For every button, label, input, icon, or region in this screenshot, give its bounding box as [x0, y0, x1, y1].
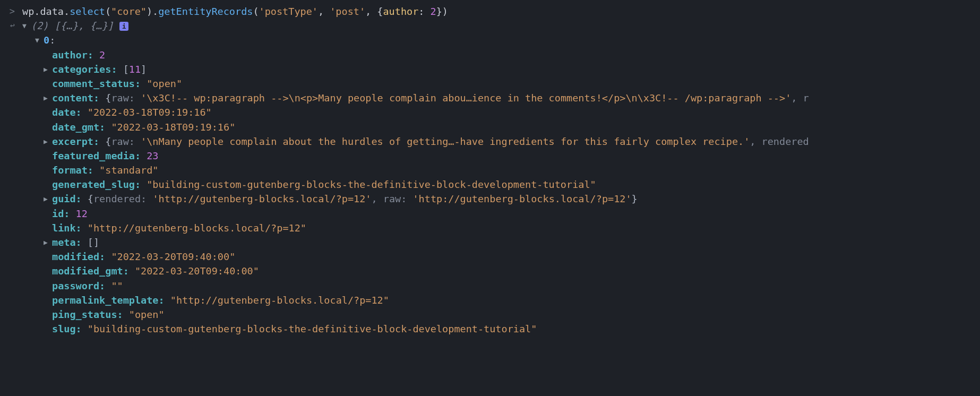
prop-permalink-template: permalink_template: "http://gutenberg-bl…: [0, 293, 980, 307]
prop-guid[interactable]: guid: {rendered: 'http://gutenberg-block…: [0, 192, 980, 206]
prop-format: format: "standard": [0, 163, 980, 177]
array-preview: [{…}, {…}]: [55, 20, 114, 31]
array-item-0[interactable]: 0:: [0, 33, 980, 47]
prop-link: link: "http://gutenberg-blocks.local/?p=…: [0, 221, 980, 235]
prop-author: author: 2: [0, 48, 980, 62]
prop-categories[interactable]: categories: [11]: [0, 62, 980, 76]
array-length: (2): [31, 20, 48, 31]
console-input-code: wp.data.select("core").getEntityRecords(…: [20, 4, 980, 19]
prop-date: date: "2022-03-18T09:19:16": [0, 105, 980, 119]
prop-modified: modified: "2022-03-20T09:40:00": [0, 249, 980, 264]
prop-excerpt[interactable]: excerpt: {raw: '\nMany people complain a…: [0, 134, 980, 149]
prop-comment-status: comment_status: "open": [0, 76, 980, 91]
prop-modified-gmt: modified_gmt: "2022-03-20T09:40:00": [0, 264, 980, 278]
prop-generated-slug: generated_slug: "building-custom-gutenbe…: [0, 177, 980, 192]
expand-toggle-meta[interactable]: [44, 237, 51, 247]
prop-meta[interactable]: meta: []: [0, 235, 980, 249]
input-prompt: >: [0, 4, 20, 18]
expand-toggle-excerpt[interactable]: [44, 136, 51, 147]
prop-date-gmt: date_gmt: "2022-03-18T09:19:16": [0, 120, 980, 134]
prop-password: password: "": [0, 279, 980, 293]
prop-featured-media: featured_media: 23: [0, 149, 980, 163]
expand-toggle-guid[interactable]: [44, 194, 51, 204]
expand-toggle-content[interactable]: [44, 93, 51, 103]
prop-ping-status: ping_status: "open": [0, 307, 980, 322]
result-indicator: ↪: [0, 19, 20, 32]
expand-toggle-categories[interactable]: [44, 64, 51, 74]
console-input-row[interactable]: > wp.data.select("core").getEntityRecord…: [0, 4, 980, 19]
console-result-row[interactable]: ↪ (2) [{…}, {…}] i: [0, 19, 980, 33]
prop-content[interactable]: content: {raw: '\x3C!-- wp:paragraph -->…: [0, 91, 980, 105]
prop-slug: slug: "building-custom-gutenberg-blocks-…: [0, 322, 980, 336]
info-icon[interactable]: i: [119, 22, 128, 31]
item-index: 0: [44, 35, 49, 46]
prop-id: id: 12: [0, 206, 980, 221]
expand-toggle-array[interactable]: [22, 21, 30, 31]
expand-toggle-item-0[interactable]: [35, 35, 42, 45]
